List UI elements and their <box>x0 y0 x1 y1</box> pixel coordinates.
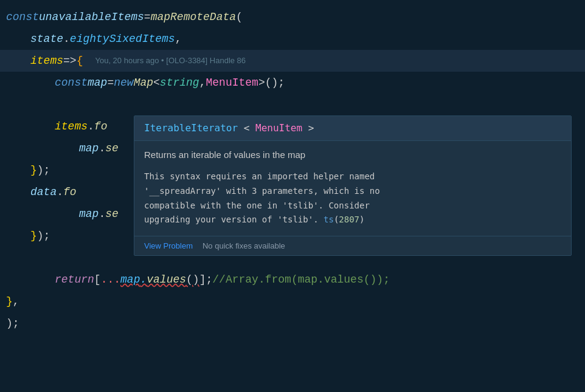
brace-close-1: } <box>30 159 37 181</box>
type-menuitem: MenuItem <box>206 72 258 94</box>
tooltip-body: Returns an iterable of values in the map… <box>134 141 571 236</box>
paren-close-outer: ); <box>6 312 19 334</box>
type-string: string <box>160 72 199 94</box>
brace-close-2: } <box>30 225 37 247</box>
no-quick-fixes-text: No quick fixes available <box>202 241 285 250</box>
method-set-partial-2: se <box>105 203 119 225</box>
code-line-14: } , <box>0 291 585 312</box>
dot-2: . <box>88 115 94 137</box>
dot-3: . <box>99 137 105 159</box>
git-blame: You, 20 hours ago • [OLO-3384] Handle 86 <box>95 50 246 72</box>
angle-close: > <box>258 72 265 94</box>
tooltip-popup: IterableIterator < MenuItem > Returns an… <box>134 115 572 256</box>
comma-1: , <box>175 28 182 50</box>
code-line-1: const unavailableItems = mapRemoteData ( <box>0 6 585 28</box>
dot-4: . <box>57 181 63 203</box>
paren-close-1: ); <box>37 159 50 181</box>
var-unavailable-items: unavailableItems <box>39 6 144 28</box>
prop-eighty-sixed: eightySixedItems <box>70 28 175 50</box>
tooltip-footer: View Problem No quick fixes available <box>134 236 571 255</box>
spread-operator: ... <box>101 269 120 291</box>
keyword-const: const <box>6 6 39 28</box>
paren-open: ( <box>236 6 243 28</box>
method-foreach-partial-2: fo <box>63 181 77 203</box>
ts-file-ref: ts <box>324 215 334 224</box>
fn-map-remote-data: mapRemoteData <box>151 6 236 28</box>
brace-open-1: { <box>77 50 83 72</box>
keyword-return: return <box>55 269 94 291</box>
class-map: Map <box>134 72 153 94</box>
var-items-2: items <box>55 115 88 137</box>
ts-error-num: 2807 <box>339 215 359 224</box>
arrow: => <box>63 50 77 72</box>
generic-open: < <box>244 122 250 134</box>
keyword-new: new <box>114 72 133 94</box>
var-state: state <box>30 28 63 50</box>
comma-2: , <box>199 72 206 94</box>
code-editor: const unavailableItems = mapRemoteData (… <box>0 0 585 392</box>
code-line-5 <box>0 94 585 115</box>
var-items: items <box>30 50 63 72</box>
paren-close-2: ); <box>37 225 50 247</box>
bracket-close: ]; <box>199 269 213 291</box>
op-equals: = <box>144 6 151 28</box>
method-values: values <box>147 269 186 291</box>
code-line-15: ); <box>0 312 585 334</box>
bracket-open: [ <box>94 269 101 291</box>
method-foreach-partial: fo <box>94 115 108 137</box>
var-map-2: map <box>79 137 99 159</box>
var-map-3: map <box>79 203 99 225</box>
op-equals-2: = <box>107 72 114 94</box>
code-line-2: state . eightySixedItems , <box>0 28 585 50</box>
method-set-partial: se <box>105 137 119 159</box>
dot-5: . <box>99 203 105 225</box>
tooltip-header-text: IterableIterator < MenuItem > <box>144 122 314 134</box>
iterable-iterator-text: IterableIterator <box>144 122 238 134</box>
dot-values: . <box>140 269 147 291</box>
menuitem-type: MenuItem <box>255 122 302 134</box>
comma-outer: , <box>13 291 19 312</box>
parens-empty: (); <box>265 72 285 94</box>
keyword-const-2: const <box>55 72 88 94</box>
values-parens: () <box>186 269 199 291</box>
tooltip-error-text: This syntax requires an imported helper … <box>144 170 561 227</box>
generic-close: > <box>308 122 314 134</box>
tooltip-description: Returns an iterable of values in the map <box>144 150 561 160</box>
comment-array-from: //Array.from(map.values()); <box>212 269 390 291</box>
map-values-call: map <box>120 269 140 291</box>
var-data: data <box>30 181 57 203</box>
angle-open: < <box>153 72 160 94</box>
code-line-4: const map = new Map < string , MenuItem … <box>0 72 585 94</box>
code-line-3: items => { You, 20 hours ago • [OLO-3384… <box>0 50 585 72</box>
code-line-13: return [ ... map . values () ]; //Array.… <box>0 269 585 291</box>
dot-1: . <box>63 28 70 50</box>
var-map: map <box>88 72 107 94</box>
view-problem-link[interactable]: View Problem <box>144 241 193 250</box>
brace-close-outer: } <box>6 291 13 312</box>
tooltip-header: IterableIterator < MenuItem > <box>134 116 571 141</box>
